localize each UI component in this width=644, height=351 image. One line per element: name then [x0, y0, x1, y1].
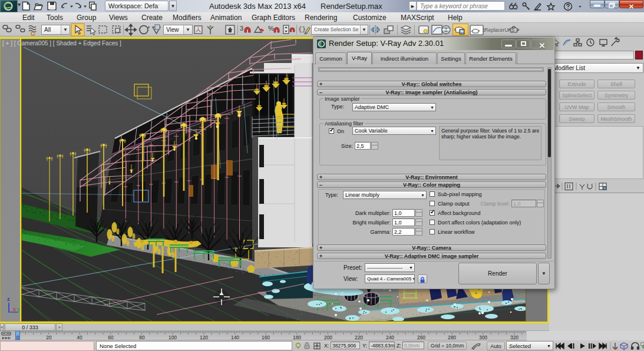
- svg-text:180: 180: [293, 335, 301, 340]
- svg-text:100: 100: [169, 335, 177, 340]
- svg-text:40: 40: [77, 335, 82, 340]
- svg-text:220: 220: [355, 335, 363, 340]
- svg-text:320: 320: [510, 335, 518, 340]
- svg-text:140: 140: [231, 335, 239, 340]
- svg-text:%: %: [268, 25, 274, 32]
- svg-text:120: 120: [200, 335, 208, 340]
- svg-text:240: 240: [386, 335, 394, 340]
- svg-text:{}: {}: [298, 26, 306, 33]
- svg-text:80: 80: [139, 335, 145, 340]
- svg-text:3: 3: [240, 25, 243, 32]
- svg-text:20: 20: [46, 335, 52, 340]
- svg-text:280: 280: [448, 335, 456, 340]
- svg-text:260: 260: [417, 335, 425, 340]
- svg-text:160: 160: [262, 335, 270, 340]
- svg-text:0: 0: [16, 335, 19, 340]
- svg-text:z: z: [7, 296, 10, 302]
- svg-text:200: 200: [324, 335, 332, 340]
- svg-text:x: x: [13, 306, 16, 312]
- svg-text:60: 60: [108, 335, 114, 340]
- svg-text:300: 300: [479, 335, 487, 340]
